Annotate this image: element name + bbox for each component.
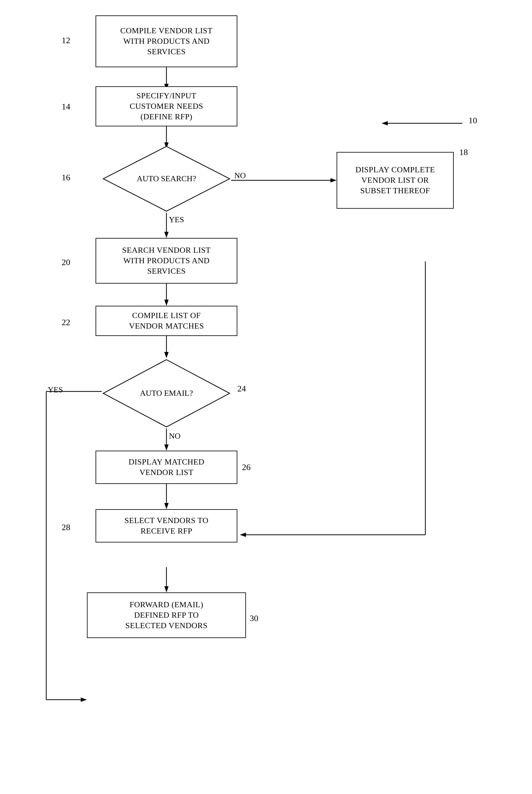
node-26-label: DISPLAY MATCHED VENDOR LIST — [129, 457, 204, 478]
node-search-vendor-list: SEARCH VENDOR LIST WITH PRODUCTS AND SER… — [96, 238, 238, 284]
node-12-label: COMPILE VENDOR LIST WITH PRODUCTS AND SE… — [120, 25, 212, 57]
node-compile-vendor-list: COMPILE VENDOR LIST WITH PRODUCTS AND SE… — [96, 15, 238, 67]
node-28-label: SELECT VENDORS TO RECEIVE RFP — [125, 515, 208, 536]
node-26-number: 26 — [242, 462, 251, 472]
node-14-number: 14 — [62, 102, 70, 112]
node-30-number: 30 — [250, 613, 258, 623]
svg-marker-9 — [164, 300, 169, 306]
svg-marker-24 — [164, 586, 169, 592]
node-specify-input: SPECIFY/INPUT CUSTOMER NEEDS (DEFINE RFP… — [96, 86, 238, 126]
node-forward-rfp: FORWARD (EMAIL) DEFINED RFP TO SELECTED … — [87, 592, 246, 638]
node-20-label: SEARCH VENDOR LIST WITH PRODUCTS AND SER… — [122, 245, 210, 276]
arrows-svg — [0, 0, 532, 794]
flowchart-diagram: COMPILE VENDOR LIST WITH PRODUCTS AND SE… — [0, 0, 532, 794]
svg-marker-5 — [330, 178, 337, 183]
node-auto-email: AUTO EMAIL? — [102, 358, 231, 429]
node-16-label: AUTO SEARCH? — [137, 174, 196, 183]
node-18-number: 18 — [459, 147, 468, 157]
node-compile-matches: COMPILE LIST OF VENDOR MATCHES — [96, 306, 238, 336]
svg-marker-26 — [382, 121, 388, 126]
svg-marker-17 — [164, 445, 169, 451]
node-display-complete-vendor: DISPLAY COMPLETE VENDOR LIST OR SUBSET T… — [337, 152, 454, 209]
node-auto-search: AUTO SEARCH? — [102, 145, 231, 213]
node-30-label: FORWARD (EMAIL) DEFINED RFP TO SELECTED … — [126, 600, 208, 631]
svg-marker-11 — [164, 352, 169, 358]
ref-10-number: 10 — [469, 116, 477, 126]
arrow-yes-label-16: YES — [169, 215, 184, 224]
node-28-number: 28 — [62, 523, 70, 532]
node-14-label: SPECIFY/INPUT CUSTOMER NEEDS (DEFINE RFP… — [130, 91, 203, 122]
svg-marker-22 — [240, 533, 246, 537]
node-22-label: COMPILE LIST OF VENDOR MATCHES — [129, 310, 204, 332]
node-20-number: 20 — [62, 258, 70, 267]
node-18-label: DISPLAY COMPLETE VENDOR LIST OR SUBSET T… — [355, 165, 435, 196]
arrow-no-label-16: NO — [234, 171, 246, 180]
node-24-label: AUTO EMAIL? — [140, 389, 193, 398]
svg-marker-7 — [164, 232, 169, 238]
node-display-matched: DISPLAY MATCHED VENDOR LIST — [96, 451, 238, 484]
node-16-number: 16 — [62, 173, 70, 183]
svg-marker-19 — [164, 503, 169, 509]
svg-marker-15 — [81, 698, 87, 702]
node-12-number: 12 — [62, 35, 70, 45]
node-24-number: 24 — [238, 384, 246, 394]
arrow-no-label-24: NO — [169, 432, 180, 441]
node-select-vendors: SELECT VENDORS TO RECEIVE RFP — [96, 509, 238, 543]
arrow-yes-label-24: YES — [48, 385, 63, 395]
node-22-number: 22 — [62, 318, 70, 327]
